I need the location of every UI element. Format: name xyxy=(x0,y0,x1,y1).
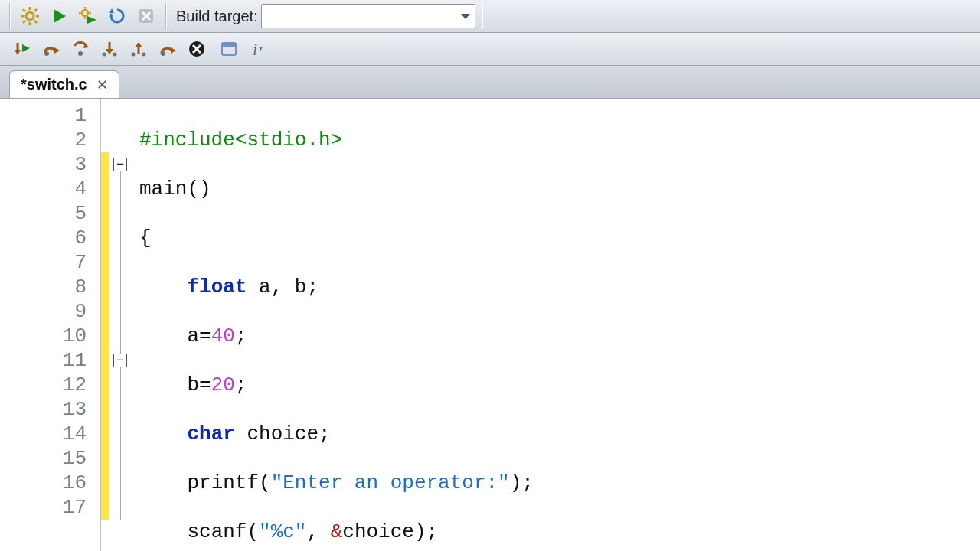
editor-tab-switch-c[interactable]: *switch.c ✕ xyxy=(9,70,119,98)
code-line: scanf("%c", &choice); xyxy=(139,520,534,544)
run-button[interactable] xyxy=(46,3,72,29)
token-string: "%c" xyxy=(259,520,306,543)
svg-marker-20 xyxy=(15,50,21,55)
build-toolbar: Build target: xyxy=(0,0,980,33)
svg-marker-15 xyxy=(87,16,96,24)
token-text: ( xyxy=(259,471,271,494)
line-number: 12 xyxy=(5,373,87,397)
svg-line-5 xyxy=(23,9,25,11)
step-up-icon xyxy=(129,40,148,58)
abort-icon xyxy=(138,8,155,24)
step-next-icon xyxy=(71,40,90,58)
svg-point-25 xyxy=(78,51,83,56)
line-number: 4 xyxy=(5,177,87,201)
line-number: 1 xyxy=(5,103,87,128)
svg-marker-29 xyxy=(135,42,142,47)
token-function: printf xyxy=(187,471,259,494)
editor-tabstrip: *switch.c ✕ xyxy=(0,66,980,99)
tab-title: *switch.c xyxy=(21,76,87,93)
play-icon xyxy=(51,8,67,24)
debug-toolbar: i ▾ xyxy=(0,33,980,66)
fold-column: − − xyxy=(109,99,132,551)
token-operator: & xyxy=(331,520,343,543)
build-and-run-button[interactable] xyxy=(75,3,101,29)
svg-point-28 xyxy=(113,53,117,57)
svg-text:▾: ▾ xyxy=(259,44,263,52)
token-text: ( xyxy=(247,520,259,543)
run-to-cursor-button[interactable] xyxy=(38,36,64,62)
svg-marker-21 xyxy=(22,44,30,52)
next-line-button[interactable] xyxy=(67,36,93,62)
code-editor[interactable]: 1 2 3 4 5 6 7 8 9 10 11 12 13 14 15 16 1… xyxy=(0,99,980,551)
token-keyword: float xyxy=(187,276,247,298)
line-number: 15 xyxy=(5,446,87,471)
token-text: ; xyxy=(235,324,247,347)
rebuild-icon xyxy=(108,7,126,25)
line-number: 16 xyxy=(5,471,87,495)
line-number: 14 xyxy=(5,422,87,446)
step-into-button[interactable] xyxy=(96,36,122,62)
token-function: scanf xyxy=(187,520,247,543)
token-text: a, b; xyxy=(247,276,318,298)
token-text: choice; xyxy=(235,422,331,445)
build-run-icon xyxy=(78,6,98,26)
step-over-icon xyxy=(42,40,60,58)
token-number: 20 xyxy=(211,373,235,396)
token-brace: { xyxy=(139,227,152,249)
toolbar-separator xyxy=(165,3,167,29)
svg-point-10 xyxy=(82,10,88,16)
gear-icon xyxy=(20,6,40,26)
token-text: , xyxy=(306,520,330,543)
code-line: float a, b; xyxy=(139,275,534,299)
code-line: char choice; xyxy=(139,422,534,446)
step-out-button[interactable] xyxy=(126,36,152,62)
code-line: #include<stdio.h> xyxy=(139,128,534,152)
debug-start-button[interactable] xyxy=(9,36,35,62)
fold-toggle[interactable]: − xyxy=(113,158,127,171)
code-line: main() xyxy=(139,177,534,201)
code-area[interactable]: #include<stdio.h> main() { float a, b; a… xyxy=(132,99,534,551)
build-target-select[interactable] xyxy=(261,4,475,28)
next-instruction-button[interactable] xyxy=(155,36,181,62)
toolbar-separator xyxy=(482,3,483,29)
line-number: 8 xyxy=(5,275,87,299)
line-number: 13 xyxy=(5,397,87,422)
rebuild-button[interactable] xyxy=(104,3,130,29)
token-string: "Enter an operator:" xyxy=(271,471,510,494)
svg-marker-26 xyxy=(106,49,113,54)
stop-debugger-button[interactable] xyxy=(184,36,210,62)
line-number: 17 xyxy=(5,495,87,520)
change-bar xyxy=(101,99,109,551)
token-text: ); xyxy=(510,471,534,494)
build-button[interactable] xyxy=(17,3,43,29)
svg-point-30 xyxy=(132,53,136,57)
svg-line-7 xyxy=(34,9,37,11)
step-out-arc-icon xyxy=(158,40,177,58)
code-line: printf("Enter an operator:"); xyxy=(139,471,534,495)
svg-point-31 xyxy=(142,53,146,57)
token-preprocessor: #include xyxy=(139,129,235,152)
token-identifier: choice xyxy=(342,520,414,543)
info-button[interactable]: i ▾ xyxy=(245,36,271,62)
line-number: 7 xyxy=(5,250,87,275)
line-number: 10 xyxy=(5,324,87,348)
svg-line-6 xyxy=(34,21,37,23)
line-number: 2 xyxy=(5,128,87,152)
token-header: <stdio.h> xyxy=(235,129,342,152)
build-target-label: Build target: xyxy=(176,8,258,25)
stop-icon xyxy=(188,40,206,58)
step-down-icon xyxy=(100,40,119,58)
line-number: 5 xyxy=(5,201,87,226)
svg-line-8 xyxy=(23,21,25,23)
svg-marker-32 xyxy=(171,47,176,54)
fold-toggle[interactable]: − xyxy=(113,354,127,367)
token-keyword: char xyxy=(187,422,234,445)
svg-point-0 xyxy=(26,12,34,20)
abort-button[interactable] xyxy=(133,3,159,29)
line-number-gutter: 1 2 3 4 5 6 7 8 9 10 11 12 13 14 15 16 1… xyxy=(0,99,101,551)
close-icon[interactable]: ✕ xyxy=(95,77,109,93)
debugging-windows-button[interactable] xyxy=(216,36,242,62)
svg-point-23 xyxy=(44,51,49,56)
line-number: 3 xyxy=(5,152,87,177)
svg-marker-22 xyxy=(54,47,60,54)
